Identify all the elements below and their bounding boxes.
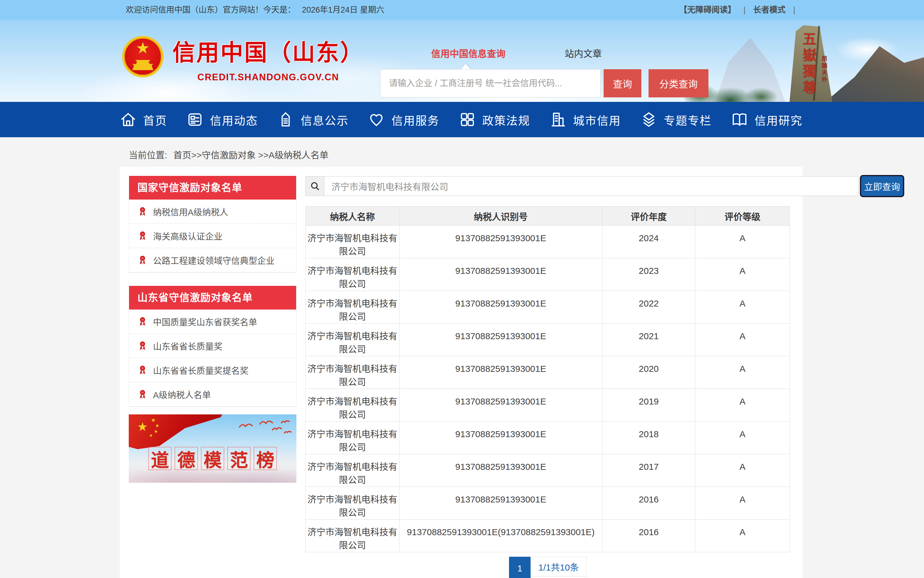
search-now-button[interactable]: 立即查询 (860, 175, 904, 197)
banner-character: 榜 (254, 447, 277, 470)
cell-eval-year: 2019 (602, 389, 695, 422)
flag-star: ★ (149, 433, 153, 438)
breadcrumb-home-link[interactable]: 首页 (173, 150, 191, 160)
header-search-input[interactable] (380, 69, 600, 97)
flag-star: ★ (155, 423, 159, 429)
category-query-button[interactable]: 分类查询 (649, 69, 709, 97)
banner-character: 德 (175, 447, 198, 470)
main-nav: 首页信用动态信息公示信用服务政策法规城市信用专题专栏信用研究 (0, 102, 924, 137)
sidebar: 国家守信激励对象名单纳税信用A级纳税人海关高级认证企业公路工程建设领域守信典型企… (129, 176, 296, 420)
cell-eval-grade: A (695, 356, 790, 389)
cell-taxpayer-id: 91370882591393001E (399, 487, 602, 520)
separator: | (743, 5, 746, 15)
nav-item-5[interactable]: 政策法规 (459, 111, 530, 128)
national-emblem-icon: ★ (122, 34, 163, 80)
cell-taxpayer-name: 济宁市海智机电科技有限公司 (306, 422, 400, 454)
nav-item-4[interactable]: 信用服务 (368, 111, 439, 128)
nav-item-2[interactable]: 信用动态 (186, 111, 258, 128)
nav-item-label: 信用服务 (392, 112, 439, 128)
breadcrumb-separator: >> (191, 150, 202, 160)
cell-eval-year: 2017 (602, 454, 695, 487)
active-tab-caret (461, 63, 471, 70)
flag-star: ★ (154, 429, 158, 434)
accessibility-link[interactable]: 【无障碍阅读】 (679, 5, 736, 15)
sidebar-item[interactable]: A级纳税人名单 (129, 382, 296, 407)
elder-mode-link[interactable]: 长者模式 (753, 5, 785, 15)
sidebar-item-label: A级纳税人名单 (153, 388, 211, 401)
cell-taxpayer-name: 济宁市海智机电科技有限公司 (306, 454, 400, 487)
banner-character: 范 (227, 447, 251, 470)
sidebar-item[interactable]: 纳税信用A级纳税人 (129, 200, 296, 224)
medal-ribbon-icon (139, 390, 146, 399)
cell-eval-year: 2022 (602, 291, 695, 324)
pagination-summary: 1/1共10条 (531, 557, 587, 576)
cell-eval-year: 2024 (602, 226, 695, 258)
mountain-scenery-image: 五嶽獨尊 昂頭天外 (685, 20, 924, 102)
company-search-input[interactable] (324, 176, 859, 196)
query-button[interactable]: 查询 (604, 69, 641, 97)
sidebar-item-label: 公路工程建设领域守信典型企业 (153, 254, 275, 266)
cell-eval-grade: A (695, 520, 790, 552)
sidebar-item[interactable]: 山东省省长质量奖提名奖 (129, 358, 296, 382)
cell-taxpayer-name: 济宁市海智机电科技有限公司 (306, 356, 400, 389)
table-row: 济宁市海智机电科技有限公司91370882591393001E2018A (306, 422, 790, 454)
flag-star: ★ (151, 417, 156, 424)
cell-eval-year: 2023 (602, 258, 695, 291)
cell-eval-grade: A (695, 389, 790, 422)
table-row: 济宁市海智机电科技有限公司91370882591393001E2019A (306, 389, 790, 422)
breadcrumb-section-link[interactable]: 守信激励对象 (202, 150, 256, 160)
sidebar-section-title: 国家守信激励对象名单 (129, 176, 296, 200)
nav-item-label: 政策法规 (482, 112, 530, 128)
sidebar-section-title: 山东省守信激励对象名单 (129, 286, 296, 310)
nav-item-3[interactable]: 信息公示 (277, 111, 348, 128)
sidebar-item-label: 纳税信用A级纳税人 (153, 205, 228, 218)
cell-taxpayer-id: 91370882591393001E (399, 389, 602, 422)
moral-model-banner[interactable]: ★ ★ ★ ★ ★ 道德模范榜 (129, 414, 296, 483)
publicity-icon (277, 111, 294, 128)
site-logo[interactable]: ★ 信用中国（山东） CREDIT.SHANDONG.GOV.CN (122, 34, 364, 83)
banner-character: 模 (201, 447, 224, 470)
sidebar-item[interactable]: 山东省省长质量奖 (129, 334, 296, 358)
cell-taxpayer-name: 济宁市海智机电科技有限公司 (306, 487, 400, 520)
table-row: 济宁市海智机电科技有限公司91370882591393001E2024A (306, 226, 790, 258)
page-1-button[interactable]: 1 (509, 557, 531, 578)
site-title: 信用中国（山东） (173, 34, 364, 67)
flag-star: ★ (137, 420, 148, 434)
nav-item-6[interactable]: 城市信用 (550, 111, 621, 128)
sidebar-item[interactable]: 公路工程建设领域守信典型企业 (129, 248, 296, 272)
nav-item-8[interactable]: 信用研究 (731, 111, 803, 128)
table-header-row: 纳税人名称 纳税人识别号 评价年度 评价等级 (306, 206, 790, 226)
cell-eval-year: 2016 (602, 487, 695, 520)
content-card: 国家守信激励对象名单纳税信用A级纳税人海关高级认证企业公路工程建设领域守信典型企… (120, 167, 803, 578)
taxpayer-table: 纳税人名称 纳税人识别号 评价年度 评价等级 济宁市海智机电科技有限公司9137… (306, 206, 790, 552)
nav-item-label: 专题专栏 (664, 112, 712, 128)
table-row: 济宁市海智机电科技有限公司91370882591393001E2022A (306, 291, 790, 324)
cell-eval-year: 2021 (602, 324, 695, 356)
tab-credit-info-query[interactable]: 信用中国信息查询 (431, 46, 505, 60)
sidebar-item[interactable]: 中国质量奖山东省获奖名单 (129, 310, 296, 334)
cell-taxpayer-id: 91370882591393001E (399, 422, 602, 454)
cell-taxpayer-id: 91370882591393001E (399, 454, 602, 487)
cell-eval-year: 2020 (602, 356, 695, 389)
cell-eval-year: 2018 (602, 422, 695, 454)
cell-taxpayer-name: 济宁市海智机电科技有限公司 (306, 226, 400, 258)
sidebar-section-1: 国家守信激励对象名单纳税信用A级纳税人海关高级认证企业公路工程建设领域守信典型企… (129, 176, 296, 273)
col-eval-year: 评价年度 (602, 206, 695, 226)
top-bar: 欢迎访问信用中国（山东）官方网站！今天是： 2026年1月24日 星期六 【无障… (0, 0, 924, 20)
breadcrumb-label: 当前位置: (129, 150, 167, 160)
col-eval-grade: 评价等级 (695, 206, 790, 226)
table-row: 济宁市海智机电科技有限公司91370882591393001E2016A (306, 487, 790, 520)
nav-item-7[interactable]: 专题专栏 (641, 111, 712, 128)
cell-taxpayer-name: 济宁市海智机电科技有限公司 (306, 520, 400, 552)
col-taxpayer-name: 纳税人名称 (306, 206, 400, 226)
topbar-links: 【无障碍阅读】 | 长者模式 | (674, 0, 795, 20)
col-taxpayer-id: 纳税人识别号 (399, 206, 602, 226)
sidebar-item[interactable]: 海关高级认证企业 (129, 224, 296, 248)
tab-site-articles[interactable]: 站内文章 (565, 46, 602, 60)
nav-item-label: 信用动态 (210, 112, 258, 128)
cell-eval-grade: A (695, 422, 790, 454)
medal-ribbon-icon (139, 231, 146, 240)
welcome-text: 欢迎访问信用中国（山东）官方网站！今天是： 2026年1月24日 星期六 (126, 0, 384, 20)
cell-eval-grade: A (695, 291, 790, 324)
nav-item-1[interactable]: 首页 (120, 111, 167, 128)
